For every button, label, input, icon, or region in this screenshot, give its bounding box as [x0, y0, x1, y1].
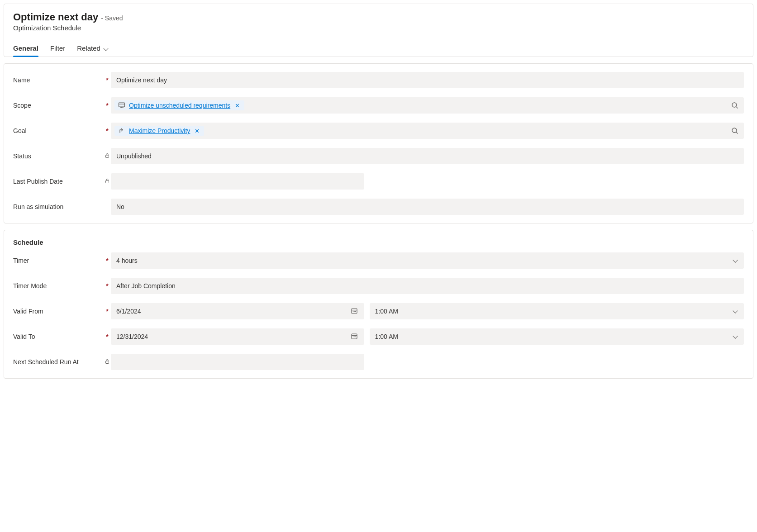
goal-remove-icon[interactable]: ✕ — [194, 128, 200, 134]
valid-from-time-select[interactable]: 1:00 AM — [370, 303, 744, 319]
label-scope: Scope — [13, 102, 31, 109]
required-marker: * — [104, 308, 111, 314]
svg-rect-5 — [352, 309, 357, 314]
timer-value: 4 hours — [116, 257, 138, 264]
svg-point-6 — [352, 311, 353, 312]
svg-point-1 — [732, 103, 737, 107]
svg-point-2 — [732, 128, 737, 133]
goal-link[interactable]: Maximize Productivity — [129, 127, 190, 134]
scope-remove-icon[interactable]: ✕ — [234, 102, 241, 109]
tab-related[interactable]: Related — [77, 41, 109, 57]
required-marker: * — [104, 128, 111, 134]
tab-related-label: Related — [77, 44, 100, 52]
svg-rect-3 — [106, 155, 109, 158]
label-timer: Timer — [13, 257, 29, 264]
timer-select[interactable]: 4 hours — [111, 252, 744, 269]
schedule-heading: Schedule — [13, 238, 744, 246]
label-valid-to: Valid To — [13, 333, 35, 340]
valid-to-time-value: 1:00 AM — [375, 333, 398, 340]
schedule-section: Schedule Timer * 4 hours Timer Mode * Af… — [4, 230, 753, 379]
locked-marker — [104, 178, 111, 185]
last-publish-field — [111, 173, 364, 190]
label-status: Status — [13, 152, 31, 160]
goal-lookup[interactable]: Maximize Productivity ✕ — [111, 123, 744, 139]
next-run-field — [111, 354, 364, 370]
search-icon[interactable] — [731, 102, 738, 109]
required-marker: * — [104, 257, 111, 264]
route-icon — [118, 127, 125, 134]
record-header: Optimize next day - Saved Optimization S… — [4, 4, 753, 57]
scope-icon — [118, 102, 125, 109]
chevron-down-icon — [103, 46, 109, 51]
required-marker: * — [104, 283, 111, 289]
svg-rect-0 — [119, 103, 125, 107]
search-icon[interactable] — [731, 127, 738, 134]
label-run-sim: Run as simulation — [13, 203, 63, 210]
svg-point-8 — [355, 311, 356, 312]
valid-to-date-value: 12/31/2024 — [116, 333, 148, 340]
valid-from-date-value: 6/1/2024 — [116, 308, 141, 315]
label-goal: Goal — [13, 127, 27, 134]
required-marker: * — [104, 77, 111, 83]
status-field: Unpublished — [111, 148, 744, 164]
timer-mode-value: After Job Completion — [116, 282, 176, 290]
svg-rect-13 — [106, 361, 109, 364]
svg-point-7 — [354, 311, 355, 312]
scope-tag: Optimize unscheduled requirements ✕ — [114, 100, 244, 110]
general-section: Name * Optimize next day Scope * Optimiz… — [4, 63, 753, 223]
locked-marker — [104, 153, 111, 159]
tab-general[interactable]: General — [13, 41, 38, 57]
goal-tag: Maximize Productivity ✕ — [114, 126, 204, 136]
calendar-icon[interactable] — [351, 307, 359, 315]
required-marker: * — [104, 333, 111, 340]
label-name: Name — [13, 76, 30, 84]
required-marker: * — [104, 102, 111, 109]
label-timer-mode: Timer Mode — [13, 282, 47, 290]
chevron-down-icon — [732, 308, 738, 314]
run-sim-value: No — [116, 203, 124, 210]
calendar-icon[interactable] — [351, 332, 359, 341]
svg-rect-4 — [106, 180, 109, 183]
name-input[interactable]: Optimize next day — [111, 72, 744, 88]
timer-mode-input[interactable]: After Job Completion — [111, 278, 744, 294]
locked-marker — [104, 359, 111, 365]
chevron-down-icon — [732, 257, 738, 264]
chevron-down-icon — [732, 333, 738, 340]
valid-to-time-select[interactable]: 1:00 AM — [370, 328, 744, 345]
svg-point-12 — [355, 337, 356, 337]
label-valid-from: Valid From — [13, 308, 43, 315]
valid-from-date-input[interactable]: 6/1/2024 — [111, 303, 364, 319]
scope-link[interactable]: Optimize unscheduled requirements — [129, 102, 230, 109]
tab-bar: General Filter Related — [13, 41, 744, 57]
label-next-run: Next Scheduled Run At — [13, 358, 79, 366]
svg-rect-9 — [352, 334, 357, 339]
svg-point-10 — [352, 337, 353, 337]
entity-subtitle: Optimization Schedule — [13, 24, 744, 32]
label-last-publish: Last Publish Date — [13, 178, 63, 185]
status-value: Unpublished — [116, 152, 152, 160]
scope-lookup[interactable]: Optimize unscheduled requirements ✕ — [111, 97, 744, 114]
page-title: Optimize next day — [13, 11, 98, 23]
valid-to-date-input[interactable]: 12/31/2024 — [111, 328, 364, 345]
save-status: - Saved — [101, 14, 123, 22]
name-value: Optimize next day — [116, 76, 167, 84]
svg-point-11 — [354, 337, 355, 337]
tab-filter[interactable]: Filter — [50, 41, 65, 57]
valid-from-time-value: 1:00 AM — [375, 308, 398, 315]
run-sim-input[interactable]: No — [111, 199, 744, 215]
